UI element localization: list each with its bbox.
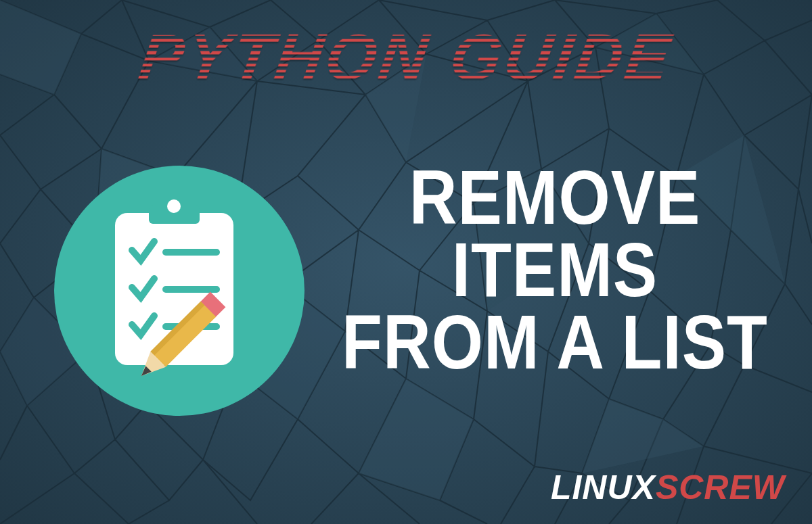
svg-point-15 — [167, 199, 181, 213]
checklist-icon — [51, 162, 308, 419]
kicker-title: PYTHON GUIDE — [0, 20, 812, 94]
site-logo: LINUXSCREW — [551, 468, 785, 507]
heading-line-1: REMOVE ITEMS — [325, 162, 785, 306]
logo-part-2: SCREW — [656, 469, 785, 506]
logo-part-1: LINUX — [551, 469, 656, 506]
main-heading: REMOVE ITEMS FROM A LIST — [325, 162, 785, 379]
heading-line-2: FROM A LIST — [325, 306, 785, 379]
